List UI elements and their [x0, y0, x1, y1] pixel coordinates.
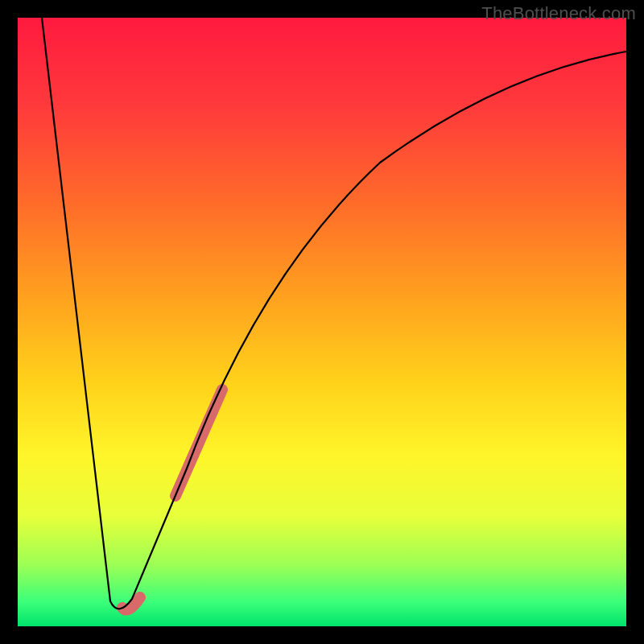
watermark-text: TheBottleneck.com	[481, 3, 636, 24]
plot-area	[18, 18, 626, 626]
chart-svg	[18, 18, 626, 626]
gradient-background	[18, 18, 626, 626]
chart-frame: TheBottleneck.com	[0, 0, 644, 644]
